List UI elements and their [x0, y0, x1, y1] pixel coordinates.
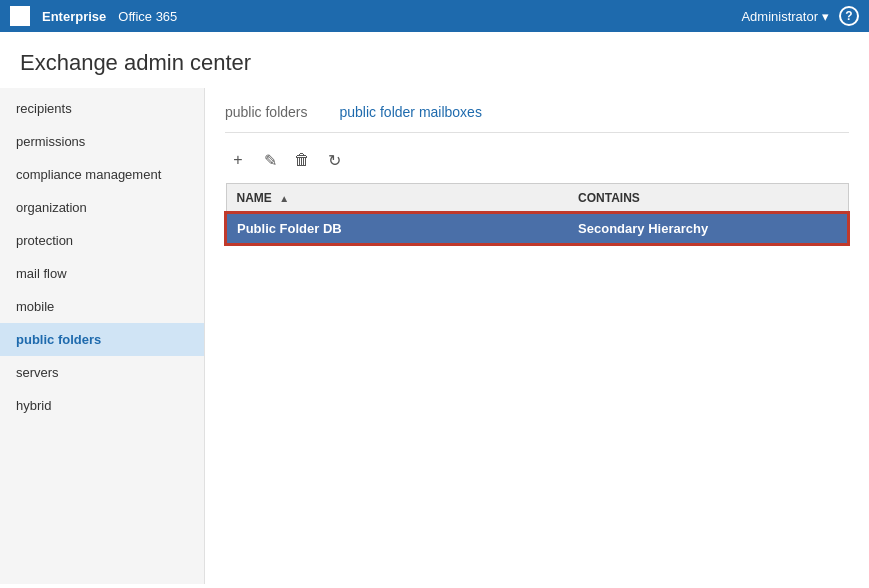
tabs-bar: public folders public folder mailboxes [225, 88, 849, 133]
data-table: NAME ▲ CONTAINS Public Folder DB Seconda… [225, 183, 849, 245]
page-title: Exchange admin center [20, 50, 849, 76]
tab-public-folders[interactable]: public folders [225, 104, 308, 120]
table-body: Public Folder DB Secondary Hierarchy [226, 213, 848, 244]
sidebar-item-hybrid[interactable]: hybrid [0, 389, 204, 422]
sidebar-item-compliance-management[interactable]: compliance management [0, 158, 204, 191]
main-content: public folders public folder mailboxes +… [205, 88, 869, 584]
admin-label: Administrator [741, 9, 818, 24]
column-header-contains[interactable]: CONTAINS [568, 184, 848, 214]
topbar-right: Administrator ▾ ? [741, 6, 859, 26]
refresh-button[interactable]: ↻ [321, 147, 347, 173]
page-header: Exchange admin center [0, 32, 869, 88]
layout: recipients permissions compliance manage… [0, 88, 869, 584]
column-header-name[interactable]: NAME ▲ [226, 184, 568, 214]
enterprise-label[interactable]: Enterprise [42, 9, 106, 24]
office365-label[interactable]: Office 365 [118, 9, 177, 24]
table-header-row: NAME ▲ CONTAINS [226, 184, 848, 214]
topbar: Enterprise Office 365 Administrator ▾ ? [0, 0, 869, 32]
table-cell-name: Public Folder DB [226, 213, 568, 244]
chevron-down-icon: ▾ [822, 9, 829, 24]
sidebar-item-mail-flow[interactable]: mail flow [0, 257, 204, 290]
sidebar-item-public-folders[interactable]: public folders [0, 323, 204, 356]
toolbar: + ✎ 🗑 ↻ [225, 147, 849, 173]
edit-button[interactable]: ✎ [257, 147, 283, 173]
svg-rect-3 [21, 17, 27, 23]
app-icon [10, 6, 30, 26]
svg-rect-0 [13, 9, 19, 15]
help-button[interactable]: ? [839, 6, 859, 26]
add-button[interactable]: + [225, 147, 251, 173]
sidebar-item-organization[interactable]: organization [0, 191, 204, 224]
sidebar-item-servers[interactable]: servers [0, 356, 204, 389]
sidebar: recipients permissions compliance manage… [0, 88, 205, 584]
sidebar-item-protection[interactable]: protection [0, 224, 204, 257]
svg-rect-1 [21, 9, 27, 15]
table-row[interactable]: Public Folder DB Secondary Hierarchy [226, 213, 848, 244]
sidebar-item-mobile[interactable]: mobile [0, 290, 204, 323]
sidebar-item-recipients[interactable]: recipients [0, 92, 204, 125]
delete-button[interactable]: 🗑 [289, 147, 315, 173]
admin-dropdown[interactable]: Administrator ▾ [741, 9, 829, 24]
sort-icon: ▲ [279, 193, 289, 204]
svg-rect-2 [13, 17, 19, 23]
sidebar-item-permissions[interactable]: permissions [0, 125, 204, 158]
tab-public-folder-mailboxes[interactable]: public folder mailboxes [340, 104, 482, 120]
table-cell-contains: Secondary Hierarchy [568, 213, 848, 244]
